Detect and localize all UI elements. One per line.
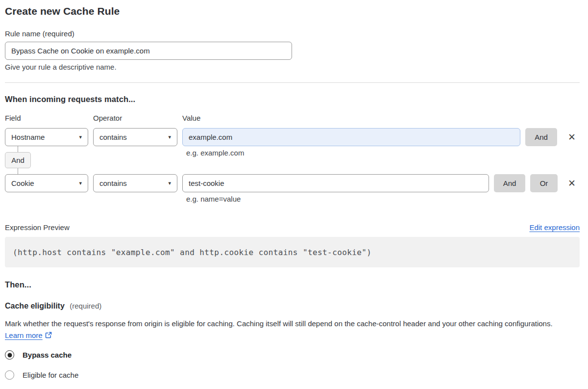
match-heading: When incoming requests match... — [5, 94, 580, 104]
add-or-condition-button-row2[interactable]: Or — [530, 174, 558, 192]
then-heading: Then... — [5, 280, 580, 289]
expression-preview-label: Expression Preview — [5, 223, 70, 232]
close-icon: ✕ — [568, 132, 576, 142]
and-connector-button[interactable]: And — [5, 152, 31, 168]
operator-select-row1[interactable]: contains ▾ — [93, 128, 177, 146]
field-select-row2-value: Cookie — [11, 179, 34, 187]
value-input-row2[interactable] — [182, 174, 489, 192]
external-link-icon[interactable] — [45, 331, 52, 339]
add-and-condition-button-row2[interactable]: And — [494, 174, 525, 192]
eligible-for-cache-label: Eligible for cache — [23, 371, 78, 379]
rule-name-help: Give your rule a descriptive name. — [5, 63, 580, 72]
connector-line-bottom — [18, 168, 18, 174]
operator-select-row2[interactable]: contains ▾ — [93, 174, 177, 192]
value-column-label: Value — [182, 114, 200, 123]
close-icon: ✕ — [568, 179, 576, 188]
field-select-row1-value: Hostname — [11, 133, 45, 141]
expression-code-text: (http.host contains "example.com" and ht… — [13, 248, 371, 257]
cache-eligibility-description: Mark whether the request's response from… — [5, 318, 573, 341]
radio-unselected-icon[interactable] — [5, 370, 14, 380]
field-column-label: Field — [5, 114, 21, 123]
rule-name-label: Rule name (required) — [5, 29, 580, 38]
chevron-down-icon: ▾ — [168, 134, 171, 140]
expression-preview-code-block: (http.host contains "example.com" and ht… — [5, 237, 580, 267]
required-note: (required) — [70, 302, 101, 310]
operator-column-label: Operator — [93, 114, 122, 123]
chevron-down-icon: ▾ — [79, 181, 82, 186]
chevron-down-icon: ▾ — [79, 134, 82, 140]
radio-option-eligible-for-cache[interactable]: Eligible for cache — [5, 370, 580, 380]
connector-line-top — [18, 146, 18, 152]
remove-condition-button-row2[interactable]: ✕ — [565, 174, 578, 192]
chevron-down-icon: ▾ — [168, 181, 171, 186]
create-cache-rule-form: Create new Cache Rule Rule name (require… — [0, 5, 588, 380]
value-hint-row1: e.g. example.com — [186, 149, 244, 157]
radio-selected-icon[interactable] — [5, 350, 14, 360]
cache-eligibility-heading-row: Cache eligibility (required) — [5, 301, 580, 311]
bypass-cache-label: Bypass cache — [23, 351, 72, 359]
expression-builder: Field Operator Value Hostname ▾ contains… — [5, 114, 580, 205]
operator-select-row1-value: contains — [99, 133, 127, 141]
operator-select-row2-value: contains — [99, 179, 127, 187]
description-text: Mark whether the request's response from… — [5, 319, 553, 328]
rule-name-input[interactable] — [5, 42, 292, 60]
value-input-row1[interactable] — [182, 128, 520, 146]
page-title: Create new Cache Rule — [5, 5, 580, 18]
field-select-row1[interactable]: Hostname ▾ — [5, 128, 88, 146]
field-select-row2[interactable]: Cookie ▾ — [5, 174, 88, 192]
edit-expression-link[interactable]: Edit expression — [529, 223, 580, 232]
learn-more-link[interactable]: Learn more — [5, 331, 43, 339]
value-hint-row2: e.g. name=value — [186, 195, 241, 204]
cache-eligibility-heading: Cache eligibility — [5, 302, 65, 310]
radio-option-bypass-cache[interactable]: Bypass cache — [5, 350, 580, 360]
add-and-condition-button-row1[interactable]: And — [525, 128, 557, 146]
section-divider — [5, 82, 580, 83]
remove-condition-button-row1[interactable]: ✕ — [565, 128, 578, 146]
